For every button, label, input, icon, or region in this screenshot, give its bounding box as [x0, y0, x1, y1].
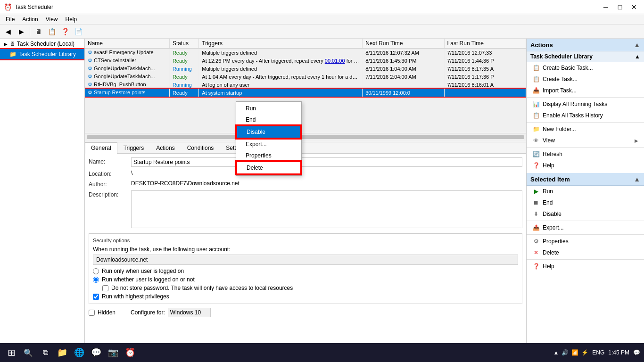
- context-properties[interactable]: Properties: [236, 150, 301, 161]
- task-icon: ⚙: [88, 58, 92, 63]
- context-disable[interactable]: Disable: [236, 125, 301, 139]
- table-row[interactable]: ⚙ GoogleUpdateTaskMach... Ready At 1:04 …: [85, 73, 526, 81]
- selected-item-collapse-btn[interactable]: ▲: [634, 175, 640, 183]
- description-row: Description:: [89, 190, 522, 230]
- sidebar-item-library[interactable]: 📁 Task Scheduler Library: [0, 49, 84, 59]
- clock: 1:45 PM: [608, 349, 629, 356]
- action-export[interactable]: 📤 Export...: [527, 222, 644, 233]
- col-last-run[interactable]: Last Run Time: [444, 39, 526, 49]
- maximize-button[interactable]: □: [614, 2, 626, 12]
- action-import-task[interactable]: 📥 Import Task...: [527, 85, 644, 96]
- time-display: 1:45 PM: [608, 349, 629, 356]
- action-disable-label: Disable: [543, 211, 561, 217]
- no-store-checkbox[interactable]: [102, 285, 108, 291]
- context-export[interactable]: Export...: [236, 139, 301, 150]
- col-status[interactable]: Status: [169, 39, 198, 49]
- radio-whether-logged-input[interactable]: [93, 277, 99, 283]
- action-help-selected[interactable]: ❓ Help: [527, 261, 644, 272]
- toolbar-separator: [30, 27, 30, 36]
- menu-action[interactable]: Action: [18, 15, 41, 24]
- task-icon: ⚙: [88, 82, 92, 87]
- hidden-option: Hidden: [89, 309, 116, 316]
- close-button[interactable]: ✕: [628, 2, 640, 12]
- chrome-icon[interactable]: 🌐: [72, 345, 87, 360]
- table-row[interactable]: ⚙ GoogleUpdateTaskMach... Running Multip…: [85, 65, 526, 73]
- hidden-checkbox[interactable]: [89, 310, 95, 316]
- run-highest-checkbox[interactable]: [93, 294, 99, 300]
- configure-label: Configure for:: [131, 309, 165, 316]
- library-collapse-btn[interactable]: ▲: [635, 53, 640, 60]
- eng-label: ENG: [592, 349, 604, 356]
- action-run[interactable]: ▶ Run: [527, 186, 644, 197]
- radio-logged-on-input[interactable]: [93, 268, 99, 274]
- action-properties[interactable]: ⚙ Properties: [527, 236, 644, 247]
- minimize-button[interactable]: ─: [600, 2, 612, 12]
- menu-help[interactable]: Help: [62, 15, 81, 24]
- create-basic-icon: 📋: [532, 64, 540, 72]
- selected-item-header: Selected Item ▲: [527, 173, 644, 186]
- export-button[interactable]: 📄: [72, 26, 84, 37]
- action-create-task[interactable]: 📋 Create Task...: [527, 74, 644, 85]
- computer-button[interactable]: 🖥: [33, 26, 45, 37]
- context-run[interactable]: Run: [236, 103, 301, 114]
- task-name: ⚙ Startup Restore points: [85, 89, 169, 97]
- help-button[interactable]: ❓: [59, 26, 71, 37]
- name-input[interactable]: [131, 157, 522, 167]
- tray-icon-2: 📶: [571, 349, 578, 356]
- tab-actions[interactable]: Actions: [150, 142, 181, 153]
- clock-icon[interactable]: ⏰: [123, 345, 138, 360]
- action-display-running[interactable]: 📊 Display All Running Tasks: [527, 99, 644, 110]
- notification-icon[interactable]: 💬: [633, 349, 640, 356]
- context-end[interactable]: End: [236, 114, 301, 125]
- task-view-button[interactable]: ⧉: [38, 345, 53, 360]
- action-properties-label: Properties: [543, 238, 569, 245]
- h-scrollbar-area[interactable]: [85, 133, 526, 140]
- context-menu: Run End Disable Export... Properties Del…: [236, 101, 302, 176]
- table-row-selected[interactable]: ⚙ Startup Restore points Ready At system…: [85, 89, 526, 97]
- skype-icon[interactable]: 💬: [89, 345, 104, 360]
- action-view-inner: 👁 View: [532, 137, 555, 144]
- action-end[interactable]: ⏹ End: [527, 197, 644, 208]
- location-label: Location:: [89, 170, 131, 177]
- menu-file[interactable]: File: [2, 15, 18, 24]
- col-next-run[interactable]: Next Run Time: [363, 39, 444, 49]
- col-triggers[interactable]: Triggers: [199, 39, 363, 49]
- file-explorer-icon[interactable]: 📁: [55, 345, 70, 360]
- tab-conditions[interactable]: Conditions: [181, 142, 220, 153]
- task-triggers: At 12:26 PM every day - After triggered,…: [199, 57, 363, 65]
- action-delete[interactable]: ✕ Delete: [527, 247, 644, 258]
- task-list-wrapper[interactable]: Name Status Triggers Next Run Time Last …: [85, 39, 526, 133]
- action-view[interactable]: 👁 View ▶: [527, 135, 644, 146]
- action-help-main[interactable]: ❓ Help: [527, 160, 644, 171]
- task-triggers: Multiple triggers defined: [199, 49, 363, 57]
- document-button[interactable]: 📋: [46, 26, 58, 37]
- start-button[interactable]: ⊞: [4, 345, 19, 360]
- action-new-folder[interactable]: 📁 New Folder...: [527, 123, 644, 135]
- action-create-basic[interactable]: 📋 Create Basic Task...: [527, 62, 644, 74]
- sidebar-item-local[interactable]: ▶ 🖥 Task Scheduler (Local): [0, 39, 84, 49]
- app-icon-bar[interactable]: 📷: [106, 345, 121, 360]
- menu-view[interactable]: View: [42, 15, 62, 24]
- action-disable[interactable]: ⬇ Disable: [527, 208, 644, 220]
- tab-triggers[interactable]: Triggers: [117, 142, 150, 153]
- location-value: \: [131, 170, 132, 176]
- actions-collapse-btn[interactable]: ▲: [634, 41, 640, 49]
- table-row[interactable]: ⚙ CTServiceInstaller Ready At 12:26 PM e…: [85, 57, 526, 65]
- table-row[interactable]: ⚙ RtHDVBg_PushButton Running At log on o…: [85, 81, 526, 89]
- table-row[interactable]: ⚙ avast! Emergency Update Ready Multiple…: [85, 49, 526, 57]
- forward-button[interactable]: ▶: [15, 26, 27, 37]
- action-enable-history[interactable]: 📋 Enable All Tasks History: [527, 110, 644, 121]
- configure-value-field: Windows 10: [168, 308, 211, 317]
- task-name: ⚙ avast! Emergency Update: [85, 49, 169, 57]
- tab-general[interactable]: General: [85, 142, 117, 154]
- context-delete[interactable]: Delete: [236, 161, 301, 174]
- search-button[interactable]: 🔍: [21, 345, 36, 360]
- tray-expand[interactable]: ▲: [553, 349, 559, 356]
- action-refresh[interactable]: 🔄 Refresh: [527, 148, 644, 160]
- h-scrollbar-thumb[interactable]: [87, 135, 524, 139]
- back-button[interactable]: ◀: [2, 26, 14, 37]
- task-icon: ⚙: [88, 49, 92, 55]
- actions-divider-2: [527, 122, 644, 123]
- description-textarea[interactable]: [131, 190, 522, 228]
- col-name[interactable]: Name: [85, 39, 169, 49]
